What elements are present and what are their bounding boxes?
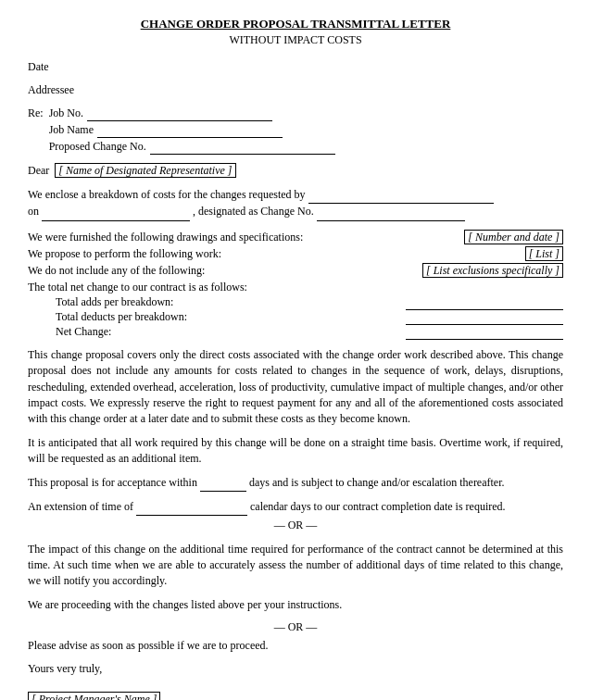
job-name-line: Job Name (49, 123, 335, 138)
dear-label: Dear (28, 164, 49, 177)
impact-para: This change proposal covers only the dir… (28, 347, 563, 428)
total-adds-row: Total adds per breakdown: (28, 295, 563, 310)
advise-para: Please advise as soon as possible if we … (28, 638, 563, 654)
acceptance-suffix: days and is subject to change and/or esc… (249, 476, 505, 489)
job-name-label: Job Name (49, 123, 94, 137)
extension-prefix: An extension of time of (28, 500, 133, 513)
or-line-2: — OR — (28, 620, 563, 634)
furnished-left: We were furnished the following drawings… (28, 229, 413, 279)
date-section: Date (28, 60, 563, 74)
number-date-placeholder: [ Number and date ] (464, 230, 563, 244)
addressee-section: Addressee (28, 83, 563, 97)
exclusions-placeholder: [ List exclusions specifically ] (422, 263, 563, 278)
proposed-change-label: Proposed Change No. (49, 140, 146, 154)
designated-label: , designated as Change No. (193, 205, 314, 218)
date-label: Date (28, 60, 49, 73)
acceptance-days-field (200, 475, 246, 492)
proposed-change-line: Proposed Change No. (49, 140, 335, 155)
total-adds-field (406, 295, 563, 310)
document: CHANGE ORDER PROPOSAL TRANSMITTAL LETTER… (28, 17, 563, 700)
enclose-prefix: We enclose a breakdown of costs for the … (28, 188, 306, 201)
total-deducts-row: Total deducts per breakdown: (28, 310, 563, 325)
acceptance-prefix: This proposal is for acceptance within (28, 476, 197, 489)
yours-truly: Yours very truly, (28, 662, 563, 676)
re-label: Re: (28, 106, 44, 155)
total-adds-label: Total adds per breakdown: (56, 295, 398, 309)
propose-line: We propose to perform the following work… (28, 245, 413, 262)
proposed-change-field (150, 140, 335, 155)
acceptance-para: This proposal is for acceptance within d… (28, 475, 563, 492)
enclose-para: We enclose a breakdown of costs for the … (28, 187, 563, 221)
not-include-line: We do not include any of the following: (28, 262, 413, 279)
or-line-1: — OR — (28, 518, 563, 533)
re-fields: Job No. Job Name Proposed Change No. (49, 106, 335, 155)
proceeding-para: We are proceeding with the changes liste… (28, 597, 563, 613)
net-change-label: Net Change: (56, 325, 398, 339)
anticipated-para: It is anticipated that all work required… (28, 435, 563, 468)
furnished-block: We were furnished the following drawings… (28, 229, 563, 279)
representative-placeholder: [ Name of Designated Representative ] (55, 163, 235, 178)
furnished-right: [ Number and date ] [ List ] [ List excl… (413, 229, 563, 279)
furnished-intro: We were furnished the following drawings… (28, 229, 413, 245)
re-block: Re: Job No. Job Name Proposed Change No. (28, 106, 563, 155)
job-no-label: Job No. (49, 106, 83, 120)
total-deducts-field (406, 310, 563, 325)
time-para: The impact of this change on the additio… (28, 542, 563, 590)
change-no-field (317, 204, 465, 220)
job-no-field (87, 106, 272, 121)
dear-line: Dear [ Name of Designated Representative… (28, 164, 563, 178)
total-deducts-label: Total deducts per breakdown: (56, 310, 398, 324)
net-change-row: Net Change: (28, 325, 563, 340)
enclose-name-field (308, 187, 494, 204)
net-change-field (406, 325, 563, 340)
project-manager-name: [ Project Manager's Name ] (28, 693, 563, 700)
on-label: on (28, 205, 39, 218)
extension-suffix: calendar days to our contract completion… (250, 500, 506, 513)
job-no-line: Job No. (49, 106, 335, 121)
doc-subtitle: WITHOUT IMPACT COSTS (28, 33, 563, 47)
extension-days-field (136, 499, 247, 516)
extension-para: An extension of time of calendar days to… (28, 499, 563, 534)
doc-title: CHANGE ORDER PROPOSAL TRANSMITTAL LETTER (28, 17, 563, 31)
addressee-label: Addressee (28, 83, 74, 96)
list-placeholder: [ List ] (525, 246, 563, 261)
on-date-field (42, 204, 190, 220)
net-change-block: The total net change to our contract is … (28, 281, 563, 340)
signature-block: Yours very truly, [ Project Manager's Na… (28, 662, 563, 700)
job-name-field (97, 123, 283, 138)
total-net-label: The total net change to our contract is … (28, 281, 563, 294)
project-manager-placeholder: [ Project Manager's Name ] (28, 692, 160, 700)
